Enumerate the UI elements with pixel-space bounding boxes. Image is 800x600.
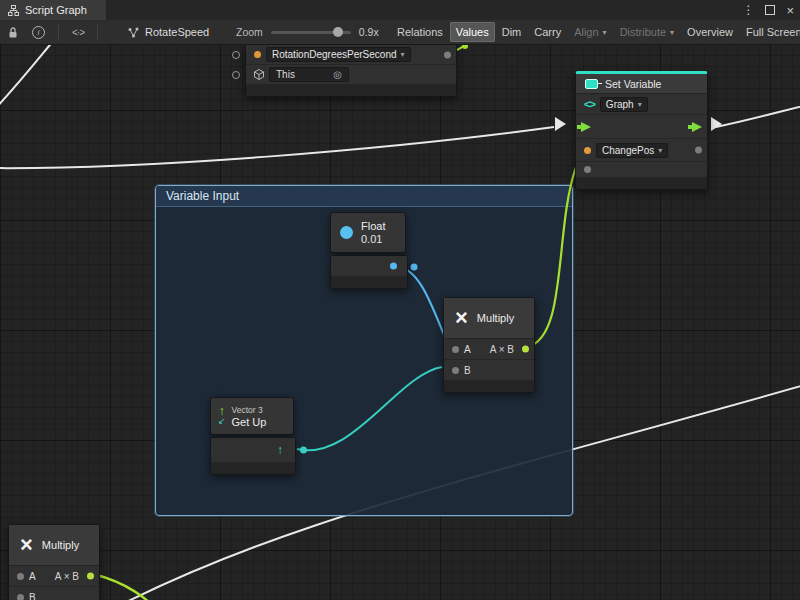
zoom-label: Zoom: [236, 26, 263, 38]
value-input-row: [576, 162, 707, 178]
carry-button[interactable]: Carry: [528, 22, 567, 42]
wire-lime-bottom-multiply-out: [93, 574, 168, 600]
node-header: × Multiply: [9, 525, 99, 566]
maximize-icon[interactable]: [765, 5, 775, 15]
distribute-button[interactable]: Distribute▾: [614, 22, 680, 42]
float-value[interactable]: 0.01: [361, 233, 385, 246]
get-variable-node[interactable]: RotationDegreesPerSecond ▾ This ◎: [245, 44, 457, 97]
graph-name: RotateSpeed: [145, 26, 209, 38]
variable-name-dropdown[interactable]: RotationDegreesPerSecond ▾: [266, 47, 411, 62]
unconnected-input-port[interactable]: [232, 51, 240, 59]
input-a-port[interactable]: [452, 346, 459, 353]
wire-white-into-set-variable: [0, 127, 554, 168]
variable-value-port[interactable]: [254, 51, 261, 58]
edit-graph-icon[interactable]: <·>: [72, 27, 84, 38]
group-title: Variable Input: [166, 189, 239, 203]
node-type-label: Vector 3: [232, 404, 267, 416]
node-footer: [246, 85, 456, 96]
flow-continuation-arrow-right: [711, 117, 722, 131]
variable-row: RotationDegreesPerSecond ▾: [246, 45, 456, 65]
graph-icon: [8, 5, 19, 16]
dim-button[interactable]: Dim: [496, 22, 528, 42]
relations-button[interactable]: Relations: [391, 22, 449, 42]
output-label: A × B: [55, 571, 79, 582]
zoom-slider-knob[interactable]: [333, 27, 343, 37]
graph-breadcrumb[interactable]: RotateSpeed: [128, 20, 209, 44]
info-icon[interactable]: i: [32, 26, 45, 39]
flow-input-arrow-icon[interactable]: [581, 122, 591, 132]
target-field[interactable]: This ◎: [269, 67, 349, 82]
align-button[interactable]: Align▾: [568, 22, 612, 42]
overview-button[interactable]: Overview: [681, 22, 739, 42]
unconnected-input-port[interactable]: [232, 71, 240, 79]
node-footer: [331, 277, 407, 288]
title-bar: Script Graph ⋮ ×: [0, 0, 800, 21]
output-port[interactable]: [87, 573, 94, 580]
output-port[interactable]: [695, 147, 702, 154]
zoom-slider[interactable]: [271, 31, 351, 34]
input-b-label: B: [464, 365, 471, 376]
multiply-node-bottom[interactable]: × Multiply A A × B B: [8, 524, 100, 600]
node-title: Float: [361, 220, 385, 233]
chevron-down-icon: ▾: [670, 28, 674, 37]
output-port[interactable]: [522, 346, 529, 353]
chevron-down-icon: ▾: [638, 99, 642, 110]
node-title: Multiply: [42, 539, 79, 551]
input-a-port[interactable]: [17, 573, 24, 580]
tab-title: Script Graph: [25, 4, 87, 16]
output-label: A × B: [490, 344, 514, 355]
node-title: Get Up: [232, 416, 267, 428]
vector-output-port[interactable]: [300, 447, 307, 454]
vector3-get-up-node[interactable]: ↑ ↙ Vector 3 Get Up: [210, 397, 294, 435]
node-footer: [576, 178, 707, 189]
input-a-label: A: [29, 571, 36, 582]
tab-script-graph[interactable]: Script Graph: [0, 0, 106, 20]
close-icon[interactable]: ×: [786, 4, 794, 17]
node-header: Set Variable: [576, 74, 707, 94]
lock-icon[interactable]: [7, 26, 19, 39]
variable-name: RotationDegreesPerSecond: [272, 49, 397, 60]
variable-name-dropdown[interactable]: ChangePos ▾: [596, 143, 668, 158]
float-output-port[interactable]: [390, 263, 397, 270]
row-a: A A × B: [444, 339, 534, 360]
target-label: This: [276, 69, 295, 80]
value-input-port[interactable]: [584, 166, 591, 173]
group-header[interactable]: Variable Input: [156, 186, 572, 207]
chevron-down-icon: ▾: [658, 145, 662, 156]
input-b-port[interactable]: [452, 367, 459, 374]
row-b: B: [444, 360, 534, 381]
float-literal-port-body[interactable]: [330, 255, 408, 289]
variable-name-port[interactable]: [584, 147, 591, 154]
row-b: B: [9, 587, 99, 600]
code-icon: <>: [584, 98, 595, 110]
toolbar-divider: [97, 25, 98, 40]
up-vector-icon: ↑: [277, 443, 283, 457]
node-footer: [211, 463, 295, 474]
multiply-node[interactable]: × Multiply A A × B B: [443, 297, 535, 393]
scope-row: <> Graph ▾: [576, 94, 707, 115]
node-title: Multiply: [477, 312, 514, 324]
row-a: A A × B: [9, 566, 99, 587]
variable-chip-icon: [585, 79, 598, 89]
values-button[interactable]: Values: [450, 22, 495, 42]
window-menu-icon[interactable]: ⋮: [742, 3, 754, 17]
scope-dropdown[interactable]: Graph ▾: [600, 97, 648, 112]
full-screen-button[interactable]: Full Screen: [740, 22, 800, 42]
graph-icon: [128, 27, 139, 38]
toolbar-buttons: Relations Values Dim Carry Align▾ Distri…: [391, 22, 800, 42]
chevron-down-icon: ▾: [603, 28, 607, 37]
zoom-value: 0.9x: [359, 26, 379, 38]
graph-toolbar: i <·> RotateSpeed Zoom 0.9x Relations Va…: [0, 20, 800, 45]
flow-continuation-arrow-left: [555, 117, 566, 131]
input-b-port[interactable]: [17, 594, 24, 600]
flow-output-arrow-icon[interactable]: [692, 122, 702, 132]
cube-icon: [254, 69, 264, 80]
set-variable-node[interactable]: Set Variable <> Graph ▾ ChangePos ▾: [575, 71, 708, 190]
output-row: ↑: [211, 438, 295, 463]
float-literal-node[interactable]: Float 0.01: [330, 212, 406, 253]
output-port[interactable]: [444, 51, 451, 58]
vector3-get-up-port-body[interactable]: ↑: [210, 437, 296, 475]
chevron-down-icon: ▾: [401, 49, 405, 60]
target-picker-icon[interactable]: ◎: [333, 69, 342, 80]
input-a-label: A: [464, 344, 471, 355]
